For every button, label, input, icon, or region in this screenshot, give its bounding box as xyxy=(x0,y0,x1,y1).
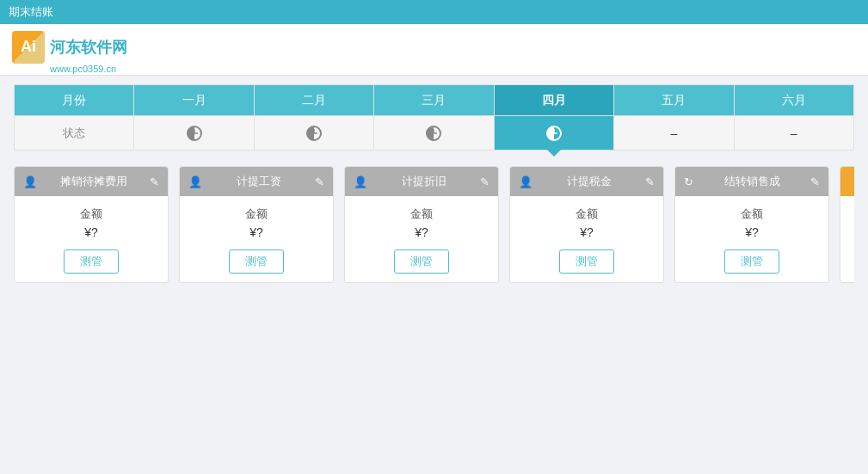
status-jan xyxy=(134,116,254,151)
add-card-header: 新增结转方案 xyxy=(840,167,854,196)
card-transfer: ↻ 结转销售成 ✎ 金额 ¥? 测管 xyxy=(674,166,829,283)
status-jun: – xyxy=(734,116,853,151)
card-amortize-title: 摊销待摊费用 xyxy=(60,174,127,189)
card-amortize-btn[interactable]: 测管 xyxy=(64,249,119,274)
status-feb xyxy=(254,116,373,151)
add-card: 新增结转方案 + xyxy=(840,166,854,283)
logo-site-text: 河东软件网 xyxy=(50,37,127,58)
edit-icon-4[interactable]: ✎ xyxy=(645,175,655,188)
month-feb[interactable]: 二月 xyxy=(254,85,373,116)
user-icon-4: 👤 xyxy=(519,175,532,188)
card-salary-btn[interactable]: 测管 xyxy=(229,249,284,274)
title-bar: 期末结账 xyxy=(0,0,868,24)
card-depreciation-amount-value: ¥? xyxy=(354,225,489,239)
title-text: 期末结账 xyxy=(9,4,53,20)
edit-icon-5[interactable]: ✎ xyxy=(810,175,820,188)
status-mar xyxy=(374,116,494,151)
card-amortize: 👤 摊销待摊费用 ✎ 金额 ¥? 测管 xyxy=(14,166,169,283)
logo-icon: Ai xyxy=(12,31,45,64)
month-label-header: 月份 xyxy=(15,85,134,116)
card-transfer-btn[interactable]: 测管 xyxy=(724,249,779,274)
card-salary: 👤 计提工资 ✎ 金额 ¥? 测管 xyxy=(179,166,334,283)
logo-url: www.pc0359.cn xyxy=(50,64,116,74)
card-amortize-amount-value: ¥? xyxy=(23,225,159,239)
main-content: 月份 一月 二月 三月 四月 五月 六月 状态 xyxy=(0,76,868,474)
user-icon-1: 👤 xyxy=(23,175,37,188)
card-salary-title: 计提工资 xyxy=(237,174,281,189)
month-header-row: 月份 一月 二月 三月 四月 五月 六月 xyxy=(15,85,854,116)
refresh-icon-5: ↻ xyxy=(684,175,693,188)
card-depreciation-body: 金额 ¥? 测管 xyxy=(345,196,498,282)
card-tax-header: 👤 计提税金 ✎ xyxy=(510,167,663,196)
card-transfer-header: ↻ 结转销售成 ✎ xyxy=(675,167,828,196)
card-transfer-title: 结转销售成 xyxy=(724,174,780,189)
edit-icon-3[interactable]: ✎ xyxy=(480,175,489,188)
card-tax-body: 金额 ¥? 测管 xyxy=(510,196,663,282)
card-transfer-amount-value: ¥? xyxy=(684,225,820,239)
card-amortize-amount-label: 金额 xyxy=(23,206,159,222)
card-amortize-body: 金额 ¥? 测管 xyxy=(15,196,168,282)
month-jan[interactable]: 一月 xyxy=(134,85,254,116)
month-apr[interactable]: 四月 xyxy=(494,85,613,116)
card-transfer-amount-label: 金额 xyxy=(684,206,820,222)
card-depreciation-title: 计提折旧 xyxy=(402,174,446,189)
card-salary-header: 👤 计提工资 ✎ xyxy=(180,167,333,196)
month-table: 月份 一月 二月 三月 四月 五月 六月 状态 xyxy=(14,84,854,151)
cards-row: 👤 摊销待摊费用 ✎ 金额 ¥? 测管 👤 计提工资 ✎ 金额 ¥? 测管 xyxy=(14,166,854,283)
card-tax-btn[interactable]: 测管 xyxy=(559,249,614,274)
month-jun[interactable]: 六月 xyxy=(734,85,853,116)
edit-icon-2[interactable]: ✎ xyxy=(315,175,324,188)
card-depreciation-amount-label: 金额 xyxy=(354,206,489,222)
status-label: 状态 xyxy=(15,116,134,151)
status-row: 状态 xyxy=(15,116,854,151)
card-depreciation-btn[interactable]: 测管 xyxy=(394,249,449,274)
add-card-body: + xyxy=(840,196,854,282)
card-salary-body: 金额 ¥? 测管 xyxy=(180,196,333,282)
logo: Ai 河东软件网 www.pc0359.cn xyxy=(12,31,141,69)
month-may[interactable]: 五月 xyxy=(614,85,734,116)
card-depreciation: 👤 计提折旧 ✎ 金额 ¥? 测管 xyxy=(344,166,499,283)
card-tax-amount-value: ¥? xyxy=(519,225,655,239)
user-icon-3: 👤 xyxy=(354,175,367,188)
card-depreciation-header: 👤 计提折旧 ✎ xyxy=(345,167,498,196)
status-apr xyxy=(494,116,613,151)
card-tax: 👤 计提税金 ✎ 金额 ¥? 测管 xyxy=(509,166,664,283)
card-salary-amount-label: 金额 xyxy=(188,206,324,222)
month-mar[interactable]: 三月 xyxy=(374,85,494,116)
user-icon-2: 👤 xyxy=(188,175,202,188)
card-tax-amount-label: 金额 xyxy=(519,206,655,222)
status-may: – xyxy=(614,116,734,151)
card-amortize-header: 👤 摊销待摊费用 ✎ xyxy=(15,167,168,196)
logo-area: Ai 河东软件网 www.pc0359.cn xyxy=(0,24,868,76)
card-salary-amount-value: ¥? xyxy=(188,225,324,239)
edit-icon-1[interactable]: ✎ xyxy=(150,175,159,188)
card-transfer-body: 金额 ¥? 测管 xyxy=(675,196,828,282)
card-tax-title: 计提税金 xyxy=(567,174,612,189)
